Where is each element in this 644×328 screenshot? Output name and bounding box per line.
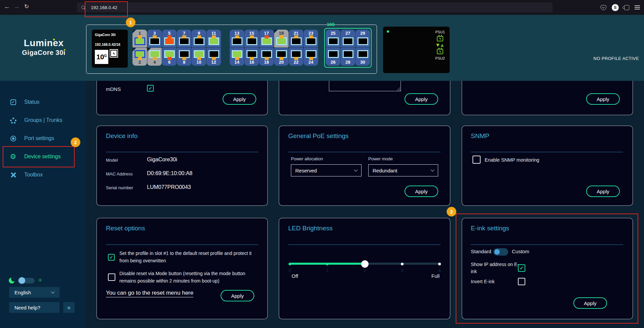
eink-mode-toggle[interactable] <box>493 248 508 256</box>
theme-toggle[interactable] <box>18 278 35 284</box>
port-connector-tab <box>309 57 313 60</box>
reset-profile-checkbox[interactable]: ✓ <box>108 254 115 261</box>
need-help-button[interactable]: Need help? <box>9 302 60 313</box>
url-text[interactable]: 192.168.0.42 <box>91 5 117 10</box>
port-tile-7[interactable]: 7 <box>177 30 191 47</box>
port-connector-tab <box>153 57 157 60</box>
port-tile-3[interactable]: 3 <box>147 30 162 47</box>
port-tile-28[interactable]: 28 <box>341 48 355 66</box>
status-check-icon: ✓ <box>9 98 17 106</box>
main-content: mDNS ✓ Apply Apply Apply Device info Mod… <box>86 81 644 328</box>
port-link-icon <box>164 37 175 45</box>
eink-apply-button[interactable]: Apply <box>573 297 607 309</box>
port-link-icon <box>357 37 368 45</box>
snmp-apply-button[interactable]: Apply <box>586 186 620 197</box>
reset-apply-button[interactable]: Apply <box>221 290 254 301</box>
port-tile-8[interactable]: 8 <box>177 48 191 66</box>
poe-apply-button[interactable]: Apply <box>405 186 438 197</box>
back-icon[interactable]: ← <box>3 3 11 10</box>
brightness-slider-stop[interactable] <box>289 263 291 265</box>
psu-panel: PSU1 ϟ ϟ PSU2 <box>383 27 450 73</box>
snmp-checkbox[interactable] <box>472 156 481 164</box>
port-tile-16[interactable]: 16 <box>244 48 259 66</box>
moon-icon <box>9 277 15 284</box>
reload-icon[interactable]: ↻ <box>22 3 31 10</box>
port-tile-11[interactable]: 11 <box>206 30 221 47</box>
port-link-icon <box>209 50 219 58</box>
port-tile-10[interactable]: 10 <box>192 48 206 66</box>
port-number: 25 <box>326 31 340 36</box>
port-ring-icon <box>9 135 17 142</box>
port-link-icon <box>328 50 339 58</box>
mdns-apply-button[interactable]: Apply <box>223 93 256 105</box>
menu-icon[interactable] <box>635 7 640 8</box>
power-allocation-select[interactable]: Reserved <box>291 164 362 176</box>
port-number: 3 <box>147 31 162 36</box>
brightness-slider-knob[interactable] <box>361 260 369 268</box>
sidebar-item-status[interactable]: ✓ Status <box>0 96 86 108</box>
sidebar: ✓ Status Groups | Trunks Port settings ⚙… <box>0 81 86 328</box>
sidebar-item-groups-trunks[interactable]: Groups | Trunks <box>0 114 86 126</box>
top-middle-apply-button[interactable]: Apply <box>405 93 438 105</box>
extension-s-icon[interactable]: S <box>612 4 619 11</box>
port-number: 2 <box>132 60 147 65</box>
language-select[interactable]: English <box>9 287 60 298</box>
port-link-icon <box>306 50 316 58</box>
show-ip-label: Show IP address on E-ink <box>471 261 521 275</box>
port-tile-1[interactable]: 1 <box>132 30 147 47</box>
poe-title: General PoE settings <box>288 132 349 140</box>
brightness-slider-stop[interactable] <box>401 263 404 265</box>
port-tile-21[interactable]: 21 <box>289 30 303 47</box>
port-tile-13[interactable]: 13 <box>230 30 244 47</box>
port-tile-14[interactable]: 14 <box>230 48 244 66</box>
top-right-apply-button[interactable]: Apply <box>586 93 620 105</box>
invert-eink-checkbox[interactable] <box>518 278 525 285</box>
port-tile-27[interactable]: 27 <box>341 30 355 47</box>
port-tile-4[interactable]: 4 <box>147 48 162 66</box>
port-tile-9[interactable]: 9 <box>192 30 206 47</box>
port-number: 23 <box>304 31 318 36</box>
extensions-puzzle-icon[interactable] <box>624 5 629 10</box>
port-tile-17[interactable]: 17 <box>259 30 274 47</box>
port-tile-19[interactable]: 19 <box>274 30 289 47</box>
port-tile-5[interactable]: 5 <box>162 30 177 47</box>
brightness-slider-stop[interactable] <box>438 263 441 265</box>
port-connector-tab <box>212 57 216 60</box>
annotation-badge-2: 2 <box>71 138 80 147</box>
port-tile-24[interactable]: 24 <box>304 48 318 66</box>
mdns-checkbox[interactable]: ✓ <box>147 85 154 92</box>
reset-options-card <box>97 218 268 319</box>
divider <box>471 244 623 245</box>
port-link-icon <box>164 50 175 58</box>
url-bar[interactable]: 192.168.0.42 <box>77 2 553 12</box>
port-tile-12[interactable]: 12 <box>206 48 221 66</box>
port-tile-20[interactable]: 20 <box>274 48 289 66</box>
top-middle-textarea[interactable] <box>329 81 401 91</box>
port-tile-25[interactable]: 25 <box>326 30 340 47</box>
brightness-tick-label: 1 <box>324 268 331 273</box>
port-tile-26[interactable]: 26 <box>326 48 340 66</box>
port-tile-18[interactable]: 18 <box>259 48 274 66</box>
disable-reset-checkbox[interactable] <box>108 273 115 281</box>
show-ip-checkbox[interactable]: ✓ <box>518 264 525 272</box>
forward-icon[interactable]: → <box>12 3 21 10</box>
collapse-sidebar-button[interactable]: « <box>63 302 75 313</box>
port-tile-6[interactable]: 6 <box>162 48 177 66</box>
port-link-icon <box>247 50 257 58</box>
reset-menu-link[interactable]: You can go to the reset menu here <box>106 290 193 297</box>
port-tile-2[interactable]: 2 <box>132 48 147 66</box>
power-mode-select[interactable]: Redundant <box>368 164 438 176</box>
port-link-icon <box>328 37 339 45</box>
port-tile-15[interactable]: 15 <box>244 30 259 47</box>
port-tile-29[interactable]: 29 <box>355 30 370 47</box>
port-tile-22[interactable]: 22 <box>289 48 303 66</box>
brightness-tick-label: 2 <box>362 268 368 273</box>
port-tile-23[interactable]: 23 <box>304 30 318 47</box>
port-link-icon <box>306 37 316 45</box>
toolbox-icon <box>9 171 17 178</box>
sidebar-item-toolbox[interactable]: Toolbox <box>0 169 86 181</box>
port-link-icon <box>291 50 302 58</box>
pocket-icon[interactable] <box>601 5 606 10</box>
port-tile-30[interactable]: 30 <box>355 48 370 66</box>
sidebar-item-device-settings[interactable]: ⚙ Device settings <box>0 151 86 163</box>
